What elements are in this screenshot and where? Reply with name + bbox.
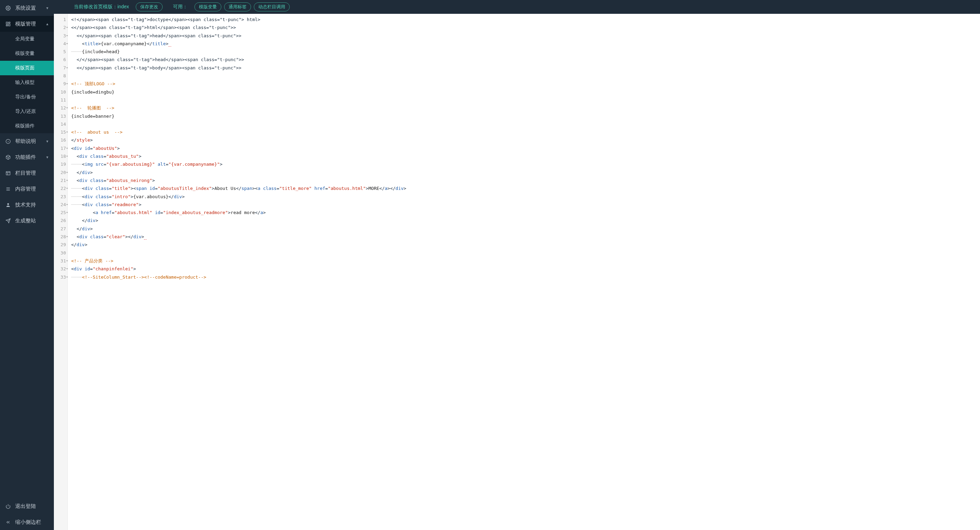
main-area: 当前修改首页模版：index 保存更改 可用： 模版变量 通用标签 动态栏目调用… [54,0,980,530]
gear-icon [5,6,11,11]
sidebar-item-plugins[interactable]: 功能插件 ▼ [0,149,54,165]
sidebar: 系统设置 ▼ 模版管理 ▲ 全局变量 模版变量 模版页面 输入模型 导出/备份 … [0,0,54,530]
sidebar-item-tech-support[interactable]: 技术支持 [0,197,54,213]
sidebar-label: 内容管理 [15,186,49,192]
available-label: 可用： [173,4,188,10]
dynamic-column-button[interactable]: 动态栏目调用 [254,2,290,11]
sidebar-bottom: 退出登陆 缩小侧边栏 [0,498,54,530]
sidebar-sub-label: 输入模型 [15,80,35,86]
save-changes-button[interactable]: 保存更改 [136,2,163,11]
sidebar-item-logout[interactable]: 退出登陆 [0,498,54,514]
line-number-gutter: 12▾3▾4▾567▾89▾101112▾131415▾1617▾18▾1920… [54,14,68,530]
cube-icon [5,155,11,160]
sidebar-label: 技术支持 [15,202,49,208]
send-icon [5,218,11,223]
sidebar-sub-template-vars[interactable]: 模版变量 [0,46,54,61]
sidebar-sub-label: 导出/备份 [15,94,36,100]
topbar: 当前修改首页模版：index 保存更改 可用： 模版变量 通用标签 动态栏目调用 [54,0,980,14]
sidebar-item-system-settings[interactable]: 系统设置 ▼ [0,0,54,16]
code-content[interactable]: <!</span><span class="t-tag">doctype</sp… [68,14,980,530]
template-vars-button[interactable]: 模版变量 [194,2,221,11]
sidebar-label: 缩小侧边栏 [15,519,49,525]
current-template-label: 当前修改首页模版：index [74,4,129,10]
sidebar-sub-export-backup[interactable]: 导出/备份 [0,90,54,104]
sidebar-item-generate-site[interactable]: 生成整站 [0,213,54,229]
sidebar-sub-import-restore[interactable]: 导入/还原 [0,104,54,119]
app-root: 系统设置 ▼ 模版管理 ▲ 全局变量 模版变量 模版页面 输入模型 导出/备份 … [0,0,980,530]
sidebar-item-help[interactable]: 帮助说明 ▼ [0,133,54,149]
caret-down-icon: ▼ [46,6,49,10]
sidebar-label: 系统设置 [15,5,43,11]
sidebar-item-collapse[interactable]: 缩小侧边栏 [0,514,54,530]
topbar-button-group: 模版变量 通用标签 动态栏目调用 [194,2,290,11]
sidebar-label: 生成整站 [15,218,49,224]
sidebar-sub-label: 全局变量 [15,36,35,42]
svg-rect-9 [6,171,10,175]
code-editor[interactable]: 12▾3▾4▾567▾89▾101112▾131415▾1617▾18▾1920… [54,14,980,530]
caret-down-icon: ▼ [46,140,49,143]
sidebar-submenu-template: 全局变量 模版变量 模版页面 输入模型 导出/备份 导入/还原 模版插件 [0,32,54,133]
sidebar-label: 功能插件 [15,154,43,161]
sidebar-sub-template-plugins[interactable]: 模版插件 [0,119,54,133]
sidebar-sub-label: 模版变量 [15,50,35,57]
svg-rect-4 [6,25,7,26]
user-icon [5,202,11,207]
sidebar-sub-global-vars[interactable]: 全局变量 [0,32,54,46]
sidebar-label: 退出登陆 [15,503,49,509]
collapse-icon [5,520,11,525]
sidebar-label: 栏目管理 [15,170,49,177]
general-tags-button[interactable]: 通用标签 [224,2,251,11]
svg-rect-2 [8,22,10,23]
caret-up-icon: ▲ [46,22,49,26]
sidebar-sub-label: 模版插件 [15,123,35,129]
svg-rect-1 [6,22,7,24]
sidebar-label: 模版管理 [15,21,43,27]
sidebar-sub-label: 导入/还原 [15,108,36,115]
sidebar-label: 帮助说明 [15,138,43,145]
svg-point-15 [7,203,9,205]
sidebar-sub-label: 模版页面 [15,65,35,71]
sidebar-item-content-manage[interactable]: 内容管理 [0,181,54,197]
sidebar-sub-template-pages[interactable]: 模版页面 [0,61,54,75]
template-icon [5,21,11,27]
columns-icon [5,170,11,176]
sidebar-sub-input-model[interactable]: 输入模型 [0,75,54,90]
info-icon [5,139,11,144]
power-icon [5,504,11,509]
sidebar-item-template-manage[interactable]: 模版管理 ▲ [0,16,54,32]
caret-down-icon: ▼ [46,155,49,159]
sidebar-item-column-manage[interactable]: 栏目管理 [0,165,54,181]
svg-rect-3 [8,24,10,26]
list-icon [5,186,11,192]
svg-point-0 [7,7,9,9]
